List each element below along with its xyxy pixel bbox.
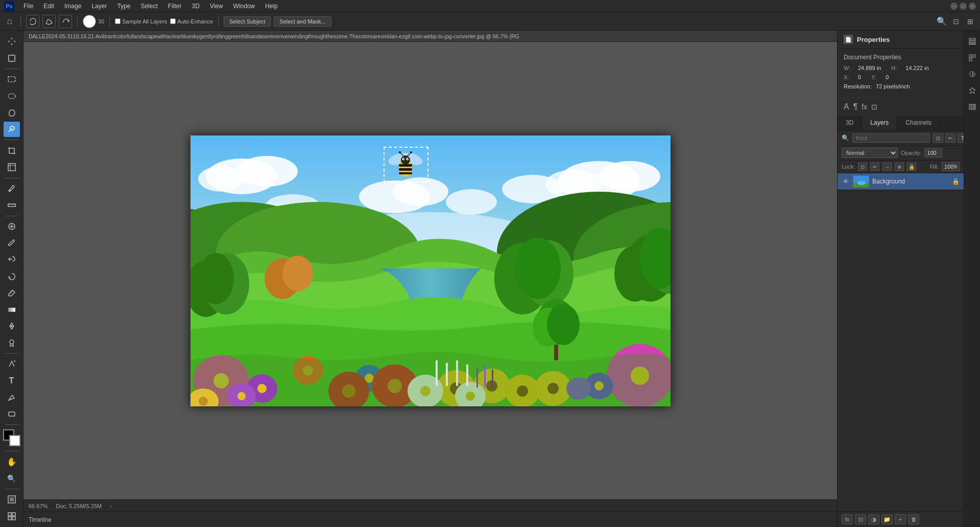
type-tool[interactable]: T (4, 373, 20, 389)
layout-icon[interactable]: ⊡ (871, 103, 877, 111)
home-icon[interactable]: ⌂ (4, 16, 15, 27)
artboard-tool[interactable] (4, 51, 20, 66)
opacity-label: Opacity: (901, 150, 921, 156)
lasso-tool[interactable] (4, 105, 20, 121)
select-and-mask-button[interactable]: Select and Mask... (274, 16, 331, 27)
menu-window[interactable]: Window (229, 2, 259, 11)
main-content: T ✋ 🔍 DALLE2024-05-3110.16.21-Avibrantco… (0, 31, 980, 527)
menu-3d[interactable]: 3D (187, 2, 203, 11)
lock-label: Lock: (842, 164, 855, 170)
crop-tool[interactable] (4, 143, 20, 158)
arrange-windows-icon[interactable]: ⊞ (965, 16, 976, 27)
layer-name: Background (872, 178, 949, 185)
magnetic-lasso-btn[interactable] (59, 15, 72, 28)
menu-help[interactable]: Help (261, 2, 282, 11)
layer-T-filter[interactable]: T (958, 133, 964, 143)
menu-type[interactable]: Type (113, 2, 134, 11)
tab-channels[interactable]: Channels (897, 116, 940, 130)
path-selection-tool[interactable] (4, 389, 20, 405)
adjustments-icon[interactable] (966, 67, 979, 81)
healing-brush-tool[interactable] (4, 219, 20, 235)
clone-stamp-tool[interactable] (4, 252, 20, 268)
menu-file[interactable]: File (19, 2, 37, 11)
x-label: X: (844, 74, 854, 80)
layer-delete-btn[interactable]: 🗑 (908, 514, 919, 524)
screen-mode-btn[interactable] (4, 492, 20, 508)
lock-transparent-btn[interactable]: ⊡ (858, 163, 867, 171)
canvas-image[interactable] (190, 135, 671, 406)
lock-artboard-btn[interactable]: ⊕ (895, 163, 904, 171)
layer-new-btn[interactable]: + (895, 514, 906, 524)
frame-tool[interactable] (4, 159, 20, 175)
fx-icon[interactable]: fx (862, 103, 867, 111)
elliptical-marquee-tool[interactable] (4, 88, 20, 104)
menu-select[interactable]: Select (136, 2, 161, 11)
tool-separator4 (5, 216, 19, 216)
dodge-tool[interactable] (4, 335, 20, 351)
layers-search-input[interactable] (852, 133, 930, 143)
auto-enhance-label[interactable]: Auto-Enhance (170, 18, 213, 25)
zoom-tool[interactable]: 🔍 (4, 470, 20, 486)
libraries-icon[interactable] (966, 100, 979, 113)
close-button[interactable]: ✕ (969, 3, 976, 10)
sample-all-layers-checkbox[interactable] (115, 18, 121, 24)
paragraph-icon[interactable]: ¶ (853, 102, 858, 111)
move-tool[interactable] (4, 34, 20, 50)
text-align-icon[interactable]: A (844, 102, 849, 111)
polygon-lasso-btn[interactable] (42, 15, 56, 28)
view-extras-btn[interactable] (4, 509, 20, 524)
history-brush-tool[interactable] (4, 268, 20, 284)
layer-comps-icon[interactable] (966, 51, 979, 64)
lock-position-btn[interactable]: ↔ (882, 163, 892, 171)
pen-tool[interactable] (4, 356, 20, 372)
eyedropper-tool[interactable] (4, 180, 20, 196)
layer-adjustment-btn[interactable]: ◑ (868, 514, 879, 524)
menu-image[interactable]: Image (60, 2, 85, 11)
properties-panel-icon[interactable] (966, 35, 979, 48)
select-subject-button[interactable]: Select Subject (224, 16, 271, 27)
search-icon[interactable]: 🔍 (936, 16, 947, 27)
zoom-level: 66.67% (29, 503, 47, 509)
height-label: H: (891, 65, 901, 71)
sample-all-layers-label[interactable]: Sample All Layers (115, 18, 167, 25)
lock-pixels-btn[interactable]: ✏ (870, 163, 879, 171)
menu-view[interactable]: View (206, 2, 227, 11)
canvas-scroll-area[interactable] (23, 42, 837, 499)
rectangular-marquee-tool[interactable] (4, 72, 20, 87)
fill-input[interactable] (942, 162, 960, 171)
background-color[interactable] (9, 435, 20, 446)
eraser-tool[interactable] (4, 285, 20, 301)
maximize-button[interactable]: □ (960, 3, 967, 10)
auto-enhance-checkbox[interactable] (170, 18, 176, 24)
lasso-btn[interactable] (26, 15, 39, 28)
layer-visibility-toggle[interactable]: 👁 (842, 177, 850, 186)
styles-icon[interactable] (966, 84, 979, 97)
lock-all-btn[interactable]: 🔒 (907, 163, 916, 171)
ruler-tool[interactable] (4, 197, 20, 213)
blur-tool[interactable] (4, 318, 20, 334)
rectangle-tool[interactable] (4, 406, 20, 422)
menu-edit[interactable]: Edit (39, 2, 58, 11)
layer-type-filter[interactable]: ⊡ (933, 133, 943, 143)
layer-fx-btn[interactable]: fx (842, 514, 853, 524)
minimize-button[interactable]: ─ (950, 3, 958, 10)
layer-attr-filter[interactable]: ✏ (945, 133, 955, 143)
brush-tool[interactable] (4, 235, 20, 251)
workspace-icon[interactable]: ⊡ (950, 16, 962, 27)
blend-mode-select[interactable]: Normal (842, 148, 898, 158)
layer-group-btn[interactable]: 📁 (881, 514, 893, 524)
gradient-tool[interactable] (4, 302, 20, 317)
doc-size: Doc: 5.25M/5.25M (56, 503, 102, 509)
tab-layers[interactable]: Layers (862, 116, 897, 130)
layer-mask-btn[interactable]: ⊡ (855, 514, 866, 524)
opacity-input[interactable] (924, 148, 942, 157)
tab-3d[interactable]: 3D (838, 116, 862, 130)
color-picker[interactable] (3, 429, 20, 446)
magic-wand-tool[interactable] (4, 122, 20, 138)
layer-item-background[interactable]: 👁 Background 🔒 (838, 173, 964, 190)
hand-tool[interactable]: ✋ (4, 454, 20, 470)
tool-separator8 (5, 489, 19, 489)
status-arrow[interactable]: › (110, 503, 112, 509)
menu-layer[interactable]: Layer (87, 2, 111, 11)
menu-filter[interactable]: Filter (164, 2, 186, 11)
